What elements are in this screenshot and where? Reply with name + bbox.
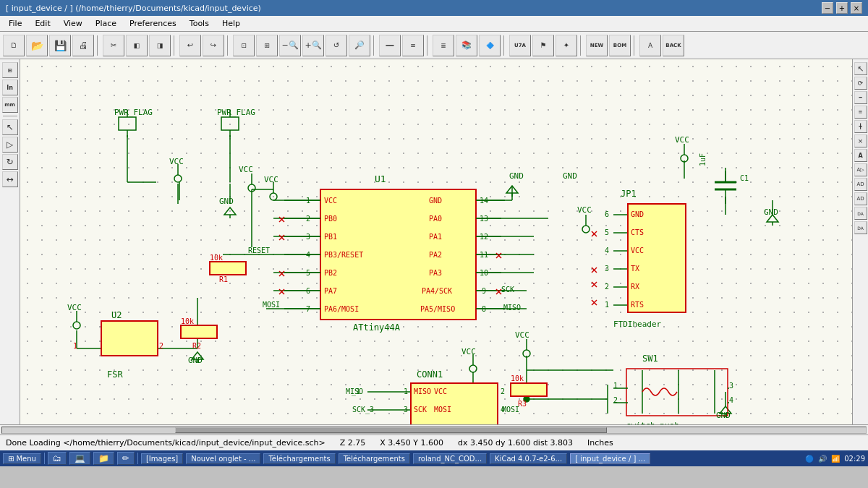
taskbar-kicad-active[interactable]: [ input_device / ] ... bbox=[570, 453, 650, 464]
svg-text:C1: C1 bbox=[740, 174, 749, 182]
tb-back[interactable]: BACK bbox=[663, 35, 684, 56]
rt-wire[interactable]: ━ bbox=[854, 91, 867, 104]
taskbar-term1[interactable]: 💻 bbox=[69, 452, 90, 465]
rt-da2[interactable]: DA bbox=[854, 221, 867, 234]
lt-mm[interactable]: mm bbox=[2, 97, 18, 113]
rt-global-label[interactable]: A▷ bbox=[854, 163, 867, 176]
lt-grid[interactable]: ⊞ bbox=[2, 62, 18, 78]
tb-sep6 bbox=[503, 35, 506, 56]
svg-text:SCK_3: SCK_3 bbox=[352, 406, 374, 414]
taskbar-filemanager[interactable]: 🗂 bbox=[48, 452, 67, 465]
tb-cut[interactable]: ✂ bbox=[103, 35, 124, 56]
menu-help[interactable]: Help bbox=[216, 17, 246, 30]
lt-cursor[interactable]: ↖ bbox=[2, 119, 18, 135]
menu-place[interactable]: Place bbox=[90, 17, 122, 30]
tb-annotate[interactable]: A bbox=[639, 35, 661, 56]
scrollbar-track[interactable] bbox=[1, 427, 867, 434]
rt-da1[interactable]: DA bbox=[854, 207, 867, 220]
svg-rect-130 bbox=[511, 383, 547, 396]
minimize-button[interactable]: − bbox=[822, 2, 833, 14]
taskbar-start[interactable]: ⊞ Menu bbox=[3, 453, 41, 464]
maximize-button[interactable]: + bbox=[836, 2, 848, 14]
tb-new[interactable]: 🗋 bbox=[3, 35, 25, 56]
svg-text:GND: GND bbox=[434, 424, 447, 424]
svg-text:TX: TX bbox=[631, 265, 639, 273]
tb-bus[interactable]: ≡ bbox=[402, 35, 424, 56]
svg-text:ATtiny44A: ATtiny44A bbox=[353, 322, 401, 333]
rt-no-connect[interactable]: × bbox=[854, 134, 867, 147]
tb-redo[interactable]: ↪ bbox=[203, 35, 224, 56]
svg-rect-125 bbox=[628, 204, 686, 312]
svg-text:10: 10 bbox=[480, 269, 488, 277]
taskbar-term3[interactable]: ✏ bbox=[117, 452, 135, 465]
tb-u7a[interactable]: U7A bbox=[509, 35, 531, 56]
rt-bus[interactable]: ≡ bbox=[854, 106, 867, 119]
svg-rect-128 bbox=[210, 262, 246, 275]
rt-cursor[interactable]: ↖ bbox=[854, 62, 867, 75]
taskbar-dl1[interactable]: Téléchargements bbox=[263, 453, 335, 464]
svg-text:GND: GND bbox=[716, 411, 731, 420]
horizontal-scrollbar[interactable] bbox=[0, 424, 868, 435]
tb-zoom-fit[interactable]: ⊡ bbox=[233, 35, 255, 56]
tb-highlight[interactable]: ✦ bbox=[556, 35, 577, 56]
tb-paste[interactable]: ◨ bbox=[149, 35, 171, 56]
rt-add-symbol[interactable]: AD bbox=[854, 178, 867, 191]
tb-netlist[interactable]: ≣ bbox=[433, 35, 454, 56]
taskbar-dl2[interactable]: Téléchargements bbox=[339, 453, 410, 464]
svg-text:PB0: PB0 bbox=[324, 215, 337, 223]
tb-drc[interactable]: ⚑ bbox=[532, 35, 554, 56]
rt-add-power[interactable]: AD bbox=[854, 192, 867, 205]
menu-edit[interactable]: Edit bbox=[29, 17, 56, 30]
svg-text:5: 5 bbox=[605, 228, 609, 236]
tb-sep8 bbox=[634, 35, 637, 56]
tb-zoom-out[interactable]: −🔍 bbox=[279, 35, 301, 56]
taskbar-kicad[interactable]: KiCad 4.0.7-e2-6... bbox=[490, 453, 567, 464]
lt-select[interactable]: ▷ bbox=[2, 137, 18, 153]
svg-text:JP1: JP1 bbox=[621, 189, 637, 199]
svg-text:VCC: VCC bbox=[461, 347, 476, 356]
tb-copy[interactable]: ◧ bbox=[126, 35, 148, 56]
tb-bom[interactable]: BOM bbox=[609, 35, 631, 56]
rt-label[interactable]: A bbox=[854, 149, 867, 162]
sys-icon-volume: 🔊 bbox=[818, 455, 827, 463]
tb-zoom-in[interactable]: +🔍 bbox=[302, 35, 324, 56]
taskbar-term2[interactable]: 📁 bbox=[93, 452, 114, 465]
taskbar-browser[interactable]: Nouvel onglet - ... bbox=[186, 453, 260, 464]
tb-save[interactable]: 💾 bbox=[49, 35, 71, 56]
tb-footprint[interactable]: 🔷 bbox=[479, 35, 501, 56]
sys-icon-network: 📶 bbox=[831, 455, 840, 463]
tb-undo[interactable]: ↩ bbox=[179, 35, 201, 56]
lt-inch[interactable]: In bbox=[2, 80, 18, 95]
scrollbar-thumb[interactable] bbox=[175, 427, 607, 433]
tb-new2[interactable]: NEW bbox=[586, 35, 608, 56]
tb-wire[interactable]: ━━ bbox=[379, 35, 401, 56]
close-button[interactable]: × bbox=[851, 2, 862, 14]
svg-text:4: 4 bbox=[306, 251, 310, 259]
tb-lib[interactable]: 📚 bbox=[456, 35, 477, 56]
svg-rect-93 bbox=[119, 117, 136, 130]
lt-rotate[interactable]: ↻ bbox=[2, 154, 18, 170]
taskbar-images[interactable]: [Images] bbox=[141, 453, 183, 464]
svg-text:PA3: PA3 bbox=[429, 269, 442, 277]
schematic-canvas[interactable]: PWR_FLAG PWR_FLAG VCC GND VCC VCC VCC VC… bbox=[20, 59, 852, 424]
sys-icon-bluetooth: 🔵 bbox=[805, 455, 814, 463]
rt-junction[interactable]: ╋ bbox=[854, 120, 867, 133]
menu-preferences[interactable]: Preferences bbox=[124, 17, 182, 30]
rt-rotate[interactable]: ⟳ bbox=[854, 77, 867, 90]
svg-text:U2: U2 bbox=[111, 310, 122, 320]
menu-file[interactable]: File bbox=[3, 17, 27, 30]
lt-mirror[interactable]: ↔ bbox=[2, 171, 18, 187]
svg-text:MOSI: MOSI bbox=[502, 406, 519, 414]
tb-zoom-area[interactable]: ⊞ bbox=[256, 35, 278, 56]
svg-text:1: 1 bbox=[613, 382, 618, 390]
taskbar-roland[interactable]: roland_NC_COD... bbox=[413, 453, 487, 464]
menu-view[interactable]: View bbox=[58, 17, 88, 30]
tb-print[interactable]: 🖨 bbox=[72, 35, 94, 56]
tb-open[interactable]: 📂 bbox=[26, 35, 48, 56]
menu-tools[interactable]: Tools bbox=[184, 17, 215, 30]
tb-zoom-refresh[interactable]: ↺ bbox=[326, 35, 347, 56]
svg-rect-127 bbox=[101, 321, 158, 356]
tb-zoom-find[interactable]: 🔎 bbox=[349, 35, 370, 56]
svg-text:_1: _1 bbox=[352, 388, 360, 396]
svg-text:14: 14 bbox=[480, 197, 488, 205]
